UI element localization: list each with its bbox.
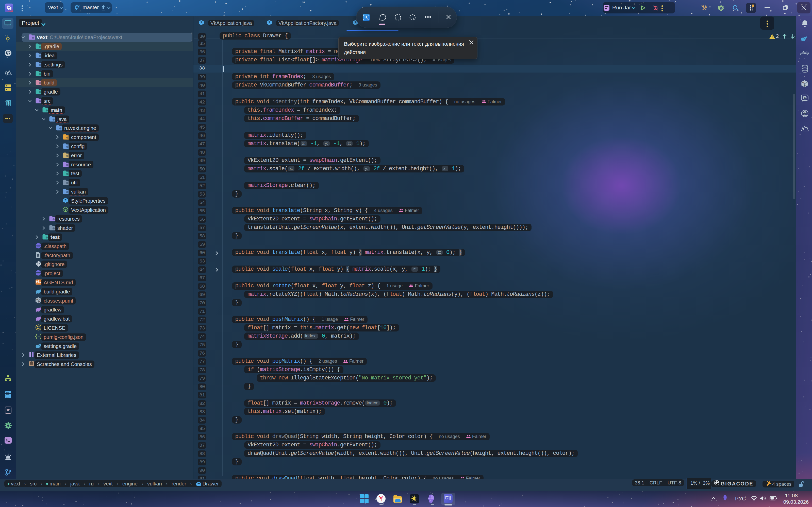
svg-text:ML: ML: [804, 84, 807, 87]
svg-text:U: U: [37, 298, 38, 300]
svg-text:U: U: [802, 81, 804, 84]
svg-text:ML: ML: [38, 301, 41, 302]
